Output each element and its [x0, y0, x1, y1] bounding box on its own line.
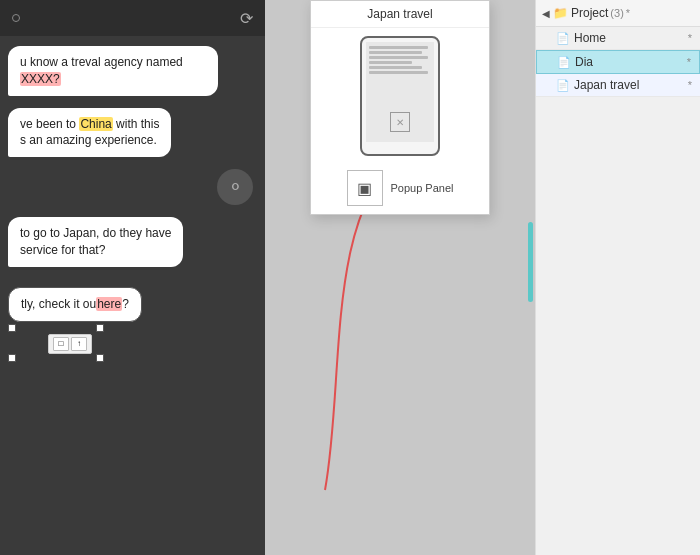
tree-item-dia[interactable]: 📄 Dia *: [536, 50, 700, 74]
toolbar-btn-square[interactable]: □: [53, 337, 69, 351]
tree-item-home-label: Home: [574, 31, 686, 45]
popup-phone-preview: ✕: [360, 36, 440, 156]
tree-project-label: Project: [571, 6, 608, 20]
tree-file-icon-home: 📄: [556, 32, 570, 45]
bubble-4-text-before: tly, check it ou: [21, 297, 96, 311]
phone-line-2: [369, 51, 422, 54]
tree-file-icon-japan: 📄: [556, 79, 570, 92]
chat-panel: ⟳ u know a treval agency named XXXX? ve …: [0, 0, 265, 555]
handle-bl[interactable]: [8, 354, 16, 362]
chat-bubble-2: ve been to China with thiss an amazing e…: [8, 108, 171, 158]
user-icon: ⚬: [227, 175, 244, 199]
tree-folder-icon: 📁: [553, 6, 568, 20]
tree-dia-modified: *: [687, 56, 691, 68]
tree-header: ◀ 📁 Project (3) *: [536, 0, 700, 27]
tree-item-home[interactable]: 📄 Home *: [536, 27, 700, 50]
selection-handles: □ ↑: [8, 324, 104, 354]
bubble-4-text-after: ?: [122, 297, 129, 311]
popup-title: Japan travel: [311, 1, 489, 28]
tree-item-japan-travel-label: Japan travel: [574, 78, 686, 92]
handle-br[interactable]: [96, 354, 104, 362]
chat-status-dot: [12, 14, 20, 22]
chat-rotate-icon[interactable]: ⟳: [240, 9, 253, 28]
phone-line-5: [369, 66, 422, 69]
tree-item-dia-label: Dia: [575, 55, 685, 69]
tree-collapse-icon[interactable]: ◀: [542, 8, 550, 19]
tree-item-japan-travel[interactable]: 📄 Japan travel *: [536, 74, 700, 97]
phone-line-1: [369, 46, 428, 49]
bubble-2-text-before: ve been to: [20, 117, 79, 131]
chat-messages: u know a treval agency named XXXX? ve be…: [0, 36, 265, 372]
tree-project-count: (3): [610, 7, 623, 19]
popup-panel: Japan travel ✕ ▣ Popup Panel: [310, 0, 490, 215]
phone-line-4: [369, 61, 412, 64]
popup-square-icon: ▣: [357, 179, 372, 198]
tree-project-modified: *: [626, 7, 630, 19]
phone-line-6: [369, 71, 428, 74]
middle-panel: Japan travel ✕ ▣ Popup Panel: [265, 0, 535, 555]
handle-tr[interactable]: [96, 324, 104, 332]
popup-widget-icon[interactable]: ▣: [347, 170, 383, 206]
right-panel: ◀ 📁 Project (3) * 📄 Home * 📄 Dia * 📄 Jap…: [535, 0, 700, 555]
bubble-4-highlight: here: [96, 297, 122, 311]
bubble-1-text-before: u know a treval agency named: [20, 55, 183, 69]
selection-container[interactable]: tly, check it ouhere? □ ↑: [8, 287, 257, 362]
phone-line-3: [369, 56, 428, 59]
scrollbar[interactable]: [528, 222, 533, 302]
popup-panel-label: Popup Panel: [391, 182, 454, 194]
bubble-2-highlight: China: [79, 117, 112, 131]
chat-bubble-3: to go to Japan, do they haveservice for …: [8, 217, 183, 267]
chat-bubble-4-selected: tly, check it ouhere?: [8, 287, 142, 322]
tree-japan-modified: *: [688, 79, 692, 91]
selection-handles-bottom: [8, 354, 104, 362]
handle-tl[interactable]: [8, 324, 16, 332]
bubble-3-text: to go to Japan, do they haveservice for …: [20, 226, 171, 257]
tree-file-icon-dia: 📄: [557, 56, 571, 69]
popup-bottom: ▣ Popup Panel: [311, 164, 489, 214]
bubble-1-highlight: XXXX?: [20, 72, 61, 86]
phone-lines: [366, 42, 434, 78]
bubble-toolbar[interactable]: □ ↑: [48, 334, 92, 354]
toolbar-btn-up[interactable]: ↑: [71, 337, 87, 351]
phone-screen: ✕: [366, 42, 434, 142]
avatar: ⚬: [217, 169, 253, 205]
tree-home-modified: *: [688, 32, 692, 44]
phone-x-mark: ✕: [390, 112, 410, 132]
chat-bubble-1: u know a treval agency named XXXX?: [8, 46, 218, 96]
chat-header: ⟳: [0, 0, 265, 36]
